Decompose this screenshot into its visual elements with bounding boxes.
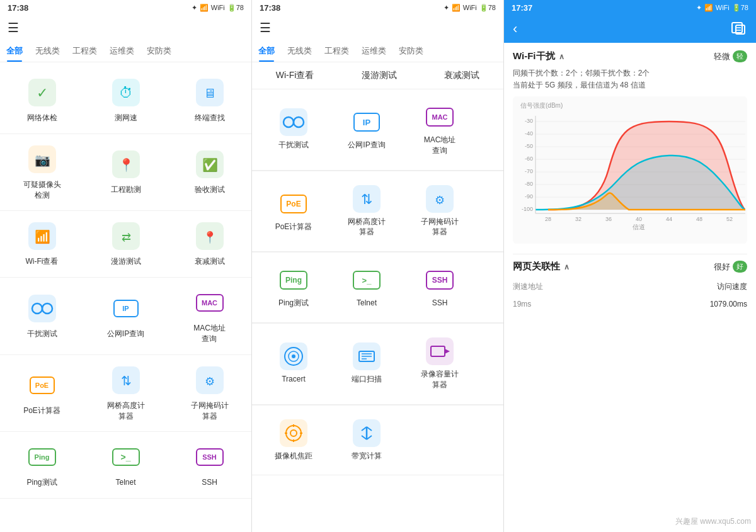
mid-item-mac-query[interactable]: MAC MAC地址查询 [408, 103, 471, 156]
network-check-icon: ✓ [27, 77, 57, 108]
interference-icon [27, 293, 57, 324]
left-item-terminal-find[interactable]: 🖥 终端查找 [168, 67, 251, 134]
svg-text:48: 48 [696, 216, 702, 222]
left-tab-security[interactable]: 安防类 [140, 40, 178, 62]
web-row-values: 19ms 1079.00ms [513, 296, 747, 312]
mid-tab-ops[interactable]: 运维类 [355, 40, 392, 62]
back-button[interactable]: ‹ [513, 21, 517, 37]
svg-text:⚙: ⚙ [205, 375, 215, 388]
bluetooth-icon: ✦ [192, 4, 197, 12]
wifi-desc: 同频干扰个数：2个；邻频干扰个数：2个 当前处于 5G 频段，最佳信道为 48 … [513, 67, 747, 91]
mid-attenuation-link[interactable]: 衰减测试 [444, 70, 479, 81]
svg-text:32: 32 [575, 216, 581, 222]
mid-item-public-ip[interactable]: IP 公网IP查询 [335, 108, 398, 150]
left-item-camera-detect[interactable]: 📷 可疑摄像头检测 [0, 134, 84, 212]
mid-item-telnet[interactable]: >_ Telnet [335, 266, 398, 308]
mid-mac-query-icon: MAC [426, 103, 454, 131]
left-item-survey[interactable]: 📍 工程勘测 [84, 134, 168, 212]
mid-item-bridge-calc[interactable]: ⇅ 网桥高度计算器 [335, 185, 398, 238]
left-item-network-check[interactable]: ✓ 网络体检 [0, 67, 84, 134]
left-item-roaming[interactable]: ⇄ 漫游测试 [84, 211, 168, 278]
left-tab-ops[interactable]: 运维类 [103, 40, 140, 62]
mid-focal-icon [280, 419, 307, 447]
mid-item-tracert[interactable]: Tracert [262, 342, 325, 385]
left-panel: 17:38 ✦ 📶 WiFi 🔋78 ☰ 全部 无线类 工程类 运维类 安防类 … [0, 0, 252, 532]
mid-text-row: Wi-Fi查看 漫游测试 衰减测试 [252, 62, 503, 89]
mid-bridge-calc-icon: ⇅ [353, 185, 381, 213]
svg-text:📍: 📍 [203, 230, 217, 244]
chart-svg: -30 -40 -50 -60 -70 -80 -90 -100 [515, 113, 748, 239]
mid-wifi-link[interactable]: Wi-Fi查看 [276, 70, 314, 81]
svg-text:✅: ✅ [202, 157, 217, 173]
mid-status-bar: 17:38 ✦ 📶 WiFi 🔋78 [252, 0, 503, 15]
mid-time: 17:38 [260, 3, 280, 13]
left-item-speed-test[interactable]: ⏱ 测网速 [84, 67, 168, 134]
mid-item-bandwidth[interactable]: 带宽计算 [335, 419, 398, 461]
mid-tab-all[interactable]: 全部 [252, 40, 281, 62]
mid-tab-security[interactable]: 安防类 [392, 40, 430, 62]
wifi-badge-label: 轻微 [714, 51, 730, 62]
left-item-wifi-scan[interactable]: 📶 Wi-Fi查看 [0, 211, 84, 278]
left-item-interference[interactable]: 干扰测试 [0, 278, 84, 355]
svg-text:28: 28 [545, 216, 551, 222]
mid-item-ssh[interactable]: SSH SSH [408, 266, 471, 308]
mid-nav-bar: ☰ [252, 15, 503, 40]
mid-item-ping[interactable]: Ping Ping测试 [262, 266, 325, 308]
svg-text:-60: -60 [525, 156, 533, 162]
svg-text:52: 52 [726, 216, 733, 222]
left-status-bar: 17:38 ✦ 📶 WiFi 🔋78 [0, 0, 251, 15]
svg-text:⇄: ⇄ [121, 231, 130, 244]
left-label-subnet-calc: 子网掩码计算器 [191, 400, 229, 422]
left-item-ssh[interactable]: SSH SSH [168, 432, 251, 499]
left-item-verify[interactable]: ✅ 验收测试 [168, 134, 251, 212]
left-item-bridge-calc[interactable]: ⇅ 网桥高度计算器 [84, 355, 168, 433]
signal-icon: 📶 [200, 4, 209, 12]
left-item-poe-calc[interactable]: PoE PoE计算器 [0, 355, 84, 433]
svg-text:-80: -80 [525, 181, 533, 187]
left-nav-bar: ☰ [0, 15, 251, 40]
left-status-icons: ✦ 📶 WiFi 🔋78 [192, 4, 244, 12]
left-label-poe-calc: PoE计算器 [23, 405, 60, 416]
mid-label-telnet: Telnet [357, 298, 377, 308]
svg-text:-40: -40 [525, 130, 533, 137]
left-tab-engineering[interactable]: 工程类 [66, 40, 103, 62]
wifi-chevron[interactable]: ∧ [559, 52, 564, 61]
mid-item-poe-calc[interactable]: PoE PoE计算器 [262, 190, 325, 232]
right-panel: 17:37 ✦ 📶 WiFi 🔋78 ‹ Wi-Fi干扰 ∧ [504, 0, 756, 532]
poe-calc-icon: PoE [27, 370, 57, 400]
mid-item-interference[interactable]: 干扰测试 [262, 108, 325, 150]
left-item-attenuation[interactable]: 📍 衰减测试 [168, 211, 251, 278]
left-item-mac-query[interactable]: MAC MAC地址查询 [168, 278, 251, 355]
mid-tracert-row: Tracert 端口扫描 [262, 331, 493, 397]
left-menu-icon[interactable]: ☰ [8, 20, 19, 35]
mid-ping-icon: Ping [280, 266, 307, 294]
mid-item-subnet-calc[interactable]: ⚙ 子网掩码计算器 [408, 185, 471, 238]
left-item-ping[interactable]: Ping Ping测试 [0, 432, 84, 499]
mid-roaming-link[interactable]: 漫游测试 [362, 70, 397, 81]
mid-label-public-ip: 公网IP查询 [348, 140, 385, 150]
mid-item-record-calc[interactable]: 录像容量计算器 [408, 337, 471, 390]
wifi-chart: 信号强度(dBm) -30 -40 -50 -60 -70 -80 -90 -1… [513, 96, 747, 244]
web-badge-label: 很好 [714, 261, 730, 273]
mid-focal-row: 摄像机焦距 带宽计算 [262, 413, 493, 468]
mid-tab-engineering[interactable]: 工程类 [318, 40, 355, 62]
left-label-attenuation: 衰减测试 [195, 256, 225, 267]
left-tab-wireless[interactable]: 无线类 [29, 40, 66, 62]
attenuation-icon: 📍 [195, 221, 225, 251]
mid-item-port-scan[interactable]: 端口扫描 [335, 342, 398, 385]
mid-bandwidth-icon [353, 419, 381, 447]
left-tab-all[interactable]: 全部 [0, 40, 29, 62]
subnet-calc-icon: ⚙ [195, 365, 225, 395]
left-label-public-ip: 公网IP查询 [107, 329, 144, 339]
mid-menu-icon[interactable]: ☰ [260, 20, 271, 35]
wifi-interference-title: Wi-Fi干扰 ∧ [513, 50, 564, 62]
web-chevron[interactable]: ∧ [564, 263, 570, 271]
left-item-subnet-calc[interactable]: ⚙ 子网掩码计算器 [168, 355, 251, 433]
mid-tab-wireless[interactable]: 无线类 [281, 40, 318, 62]
svg-text:-30: -30 [525, 118, 533, 124]
mid-public-ip-icon: IP [353, 108, 381, 136]
mid-label-mac-query: MAC地址查询 [424, 135, 456, 156]
left-item-telnet[interactable]: >_ Telnet [84, 432, 168, 499]
left-item-public-ip[interactable]: IP 公网IP查询 [84, 278, 168, 355]
mid-item-focal[interactable]: 摄像机焦距 [262, 419, 325, 461]
